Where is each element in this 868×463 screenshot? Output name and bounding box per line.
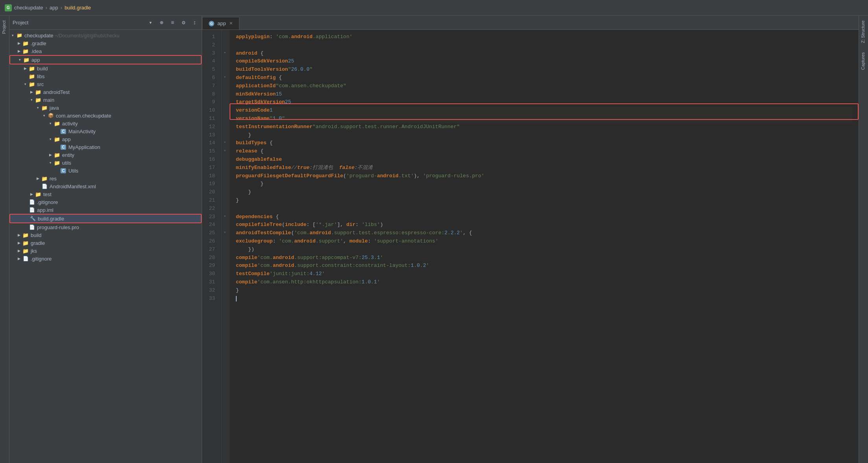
code-line-12: testInstrumentationRunner "android.suppo… [236,123,852,131]
code-line-15: release { [236,147,852,156]
tree-item-Utils[interactable]: C Utils [9,167,202,175]
code-line-28: compile 'com.android.support:appcompat-v… [236,254,852,262]
tree-icon-folder: 📁 [41,175,48,182]
tab-close-button[interactable]: ✕ [229,21,233,26]
gutter-icon-6[interactable]: ▾ [222,74,228,80]
tree-icon-iml: 📄 [28,207,35,213]
breadcrumb: G checkupdate › app › build.gradle [5,4,91,11]
tree-item-MyApplication[interactable]: C MyApplication [9,143,202,151]
project-icon: G [5,4,12,11]
code-line-30: testCompile 'junit:junit:4.12' [236,270,852,278]
tree-icon-folder: 📁 [53,120,61,127]
tree-item-checkupdate[interactable]: ▾ 📁 checkupdate ~/Documents/git/github/c… [9,31,202,39]
line-number-12: 12 [202,123,218,131]
tree-item-gitignore-root[interactable]: ▶ 📄 .gitignore [9,255,202,263]
tree-label: app.iml [37,207,53,213]
line-number-19: 19 [202,180,218,188]
line-number-3: 3 [202,50,218,58]
code-line-10: versionCode 1 [236,107,852,115]
tree-item-app-iml[interactable]: 📄 app.iml [9,206,202,214]
code-line-31: compile 'com.ansen.http:okhttpcapsulatio… [236,278,852,287]
project-side-tab[interactable]: Project [0,16,9,39]
tree-icon-folder: 📁 [28,81,35,87]
tree-item-utils[interactable]: ▾ 📁 utils [9,159,202,167]
code-editor: 1234567891011121314151617181920212223242… [202,30,859,463]
code-line-5: buildToolsVersion "26.0.0" [236,66,852,74]
tree-icon-folder: 📁 [35,97,42,103]
tree-item-app[interactable]: ▾ 📁 app [9,55,202,64]
tree-arrow: ▶ [28,192,35,196]
tree-item-activity[interactable]: ▾ 📁 activity [9,119,202,127]
left-side-tabs: Project [0,16,9,463]
tree-item-libs[interactable]: 📁 libs [9,72,202,80]
tree-arrow: ▾ [41,114,47,118]
tree-item-test[interactable]: ▶ 📁 test [9,190,202,198]
tree-icon-gitignore: 📄 [28,199,35,205]
gutter-icon-14[interactable]: ▾ [222,139,228,145]
editor-area: G app ✕ 12345678910111213141516171819202… [202,16,859,463]
tree-item-app-pkg[interactable]: ▾ 📁 app [9,135,202,143]
tree-label: app [31,57,40,63]
tree-item-idea[interactable]: ▶ 📁 .idea [9,47,202,55]
tree-label: entity [62,152,74,158]
code-content[interactable]: apply plugin: 'com.android.application' … [230,30,859,463]
tree-label: test [43,191,51,197]
captures-side-tab[interactable]: Captures [859,48,868,75]
tree-item-gradle-root[interactable]: ▶ 📁 gradle [9,239,202,247]
code-line-33 [236,295,852,303]
gutter-icon-3[interactable]: ▾ [222,50,228,56]
tree-item-java[interactable]: ▾ 📁 java [9,104,202,112]
tree-item-build-gradle[interactable]: 🔧 build.gradle [9,214,202,223]
tree-arrow: ▾ [35,106,41,110]
tree-item-src[interactable]: ▾ 📁 src [9,80,202,88]
tree-item-build-root[interactable]: ▶ 📁 build [9,231,202,239]
line-number-18: 18 [202,172,218,180]
tree-icon-gradle: 🔧 [29,215,36,222]
tree-icon-folder: 📁 [35,191,42,197]
tree-label: build [37,66,48,72]
gutter-icon-25[interactable]: ▾ [222,229,228,235]
refresh-icon[interactable]: ⊕ [158,19,166,27]
dropdown-arrow[interactable]: ▾ [147,19,154,27]
tree-item-proguard-rules[interactable]: 📄 proguard-rules.pro [9,223,202,231]
tree-arrow: ▶ [16,233,22,237]
right-side-tabs: Z: Structure Captures [859,16,868,463]
tree-label: libs [37,73,45,79]
tree-item-androidTest[interactable]: ▶ 📁 androidTest [9,88,202,96]
breadcrumb-app: app [50,5,58,11]
gutter-icon-23[interactable]: ▾ [222,213,228,219]
title-bar: G checkupdate › app › build.gradle [0,0,868,16]
settings-icon[interactable]: ≡ [169,19,177,27]
tree-item-main[interactable]: ▾ 📁 main [9,96,202,104]
tree-item-com.ansen.checkupdate[interactable]: ▾ 📦 com.ansen.checkupdate [9,112,202,119]
tree-item-res[interactable]: ▶ 📁 res [9,175,202,182]
tree-label: .gitignore [31,256,51,262]
tree-label: main [43,97,54,103]
code-line-6: defaultConfig { [236,74,852,82]
gear-icon[interactable]: ⚙ [180,19,188,27]
code-line-2 [236,41,852,50]
tree-arrow: ▶ [28,90,35,94]
tree-item-build[interactable]: ▶ 📁 build [9,64,202,72]
tree-item-gradle[interactable]: ▶ 📁 .gradle [9,39,202,47]
tree-item-MainActivity[interactable]: C MainActivity [9,127,202,135]
project-panel: Project ▾ ⊕ ≡ ⚙ ↕ ▾ 📁 checkupdate ~/Docu… [9,16,202,463]
tree-icon-folder: 📁 [23,57,30,63]
tree-icon-gitignore: 📄 [22,255,29,262]
tree-label: utils [62,160,71,166]
project-toolbar: Project ▾ ⊕ ≡ ⚙ ↕ [9,16,202,30]
line-number-33: 33 [202,295,218,303]
gutter-icon-15[interactable]: ▾ [222,147,228,154]
tree-icon-folder: 📁 [22,232,29,238]
structure-side-tab[interactable]: Z: Structure [859,16,868,48]
editor-tab-app[interactable]: G app ✕ [202,17,239,29]
tree-item-AndroidManifest[interactable]: 📄 AndroidManifest.xml [9,182,202,190]
collapse-icon[interactable]: ↕ [191,19,199,27]
main-layout: Project Project ▾ ⊕ ≡ ⚙ ↕ ▾ 📁 checkupdat… [0,16,868,463]
line-number-31: 31 [202,278,218,287]
tree-item-jks[interactable]: ▶ 📁 jks [9,247,202,255]
tree-item-gitignore-app[interactable]: 📄 .gitignore [9,198,202,206]
line-number-20: 20 [202,188,218,197]
tree-item-entity[interactable]: ▶ 📁 entity [9,151,202,159]
line-number-10: 10 [202,107,218,115]
